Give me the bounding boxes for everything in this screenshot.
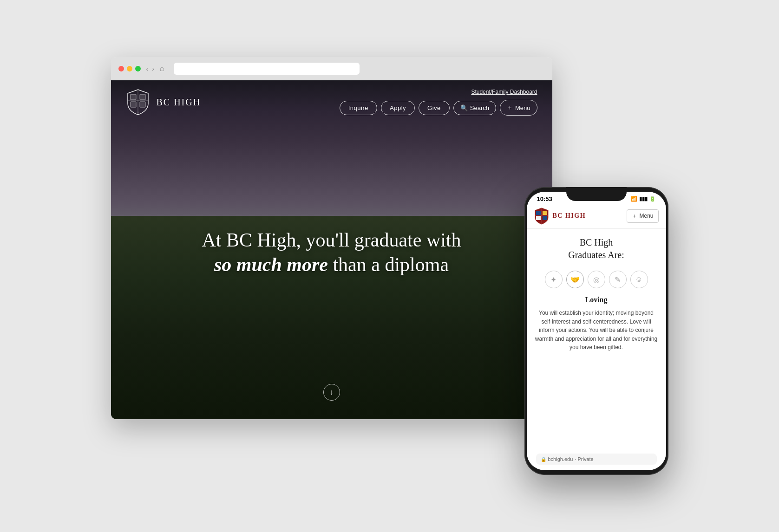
- hero-headline: At BC High, you'll graduate with so much…: [192, 228, 471, 277]
- phone-notch: [566, 187, 627, 201]
- browser-nav: ‹ ›: [146, 65, 154, 72]
- arrow-down-icon: ↓: [330, 388, 334, 396]
- phone-section-title: BC HighGraduates Are:: [534, 236, 659, 261]
- nav-right: Student/Family Dashboard Inquire Apply G…: [340, 89, 537, 116]
- logo-crest-icon: ✝: [126, 88, 150, 117]
- inquire-button[interactable]: Inquire: [340, 101, 377, 115]
- svg-rect-5: [140, 102, 145, 107]
- quality-icon-3[interactable]: ◎: [588, 271, 605, 288]
- quality-icon-5[interactable]: ☺: [630, 271, 648, 288]
- phone-logo-area: BC HIGH: [534, 207, 586, 225]
- lock-icon: 🔒: [541, 457, 546, 462]
- svg-rect-11: [536, 216, 541, 220]
- svg-rect-2: [131, 94, 136, 100]
- phone-crest-icon: [534, 207, 549, 225]
- menu-label: Menu: [515, 104, 530, 111]
- signal-icon: ▮▮▮: [639, 196, 648, 202]
- svg-rect-12: [543, 216, 547, 220]
- quality-icon-symbol-1: ✦: [550, 275, 556, 284]
- close-button[interactable]: [118, 66, 124, 71]
- scroll-down-button[interactable]: ↓: [323, 384, 340, 401]
- scene: ‹ › ⌂ ✝: [111, 57, 668, 475]
- phone-navbar: BC HIGH ＋ Menu: [527, 204, 666, 229]
- home-icon[interactable]: ⌂: [160, 65, 164, 73]
- search-icon: 🔍: [460, 104, 468, 111]
- battery-icon: 🔋: [649, 196, 656, 202]
- phone-mockup: 10:53 📶 ▮▮▮ 🔋: [524, 187, 668, 475]
- url-text: bchigh.edu: [548, 456, 573, 462]
- minimize-button[interactable]: [127, 66, 132, 71]
- quality-icon-1[interactable]: ✦: [545, 271, 563, 288]
- search-button[interactable]: 🔍 Search: [453, 101, 496, 115]
- back-icon[interactable]: ‹: [146, 65, 149, 72]
- quality-icon-4[interactable]: ✎: [609, 271, 627, 288]
- forward-icon[interactable]: ›: [152, 65, 154, 72]
- quality-icon-symbol-3: ◎: [593, 275, 600, 284]
- graduate-quality-icons: ✦ 🤝 ◎ ✎ ☺: [534, 271, 659, 288]
- phone-screen: 10:53 📶 ▮▮▮ 🔋: [527, 192, 666, 470]
- wifi-icon: 📶: [631, 196, 637, 202]
- phone-status-icons: 📶 ▮▮▮ 🔋: [631, 196, 656, 202]
- plus-icon: ＋: [507, 104, 513, 112]
- svg-text:✝: ✝: [137, 111, 139, 114]
- hero-text-block: At BC High, you'll graduate with so much…: [192, 228, 471, 277]
- browser-window: ‹ › ⌂ ✝: [111, 57, 552, 419]
- headline-part2: than a diploma: [333, 253, 449, 275]
- site-logo: ✝ BC HIGH: [126, 88, 201, 117]
- nav-buttons: Inquire Apply Give 🔍 Search ＋ Menu: [340, 100, 537, 116]
- search-label: Search: [470, 104, 489, 111]
- menu-button[interactable]: ＋ Menu: [500, 100, 537, 116]
- quality-icon-symbol-4: ✎: [615, 275, 621, 284]
- give-button[interactable]: Give: [419, 101, 450, 115]
- phone-menu-label: Menu: [639, 213, 653, 219]
- svg-rect-9: [536, 211, 541, 215]
- svg-rect-3: [140, 94, 145, 100]
- quality-description: You will establish your identity; moving…: [534, 309, 659, 352]
- site-navbar: ✝ BC HIGH Student/Family Dashboard Inqui…: [111, 80, 552, 124]
- address-bar[interactable]: [174, 63, 360, 75]
- phone-content: BC HighGraduates Are: ✦ 🤝 ◎ ✎: [527, 229, 666, 359]
- svg-rect-4: [131, 102, 136, 107]
- site-title: BC HIGH: [157, 97, 201, 108]
- quality-icon-symbol-5: ☺: [635, 275, 642, 284]
- apply-button[interactable]: Apply: [381, 101, 415, 115]
- headline-part1: At BC High, you'll graduate with: [202, 229, 461, 251]
- browser-content: ✝ BC HIGH Student/Family Dashboard Inqui…: [111, 80, 552, 419]
- phone-plus-icon: ＋: [632, 212, 637, 220]
- url-suffix: · Private: [575, 456, 593, 462]
- headline-italic: so much more: [214, 253, 328, 275]
- phone-url-bar[interactable]: 🔒 bchigh.edu · Private: [536, 454, 657, 465]
- quality-icon-symbol-2: 🤝: [570, 275, 580, 284]
- phone-time: 10:53: [537, 195, 552, 202]
- svg-rect-10: [543, 211, 547, 215]
- phone-menu-button[interactable]: ＋ Menu: [627, 209, 658, 223]
- traffic-lights: [118, 66, 141, 71]
- phone-site-title: BC HIGH: [553, 212, 586, 220]
- quality-title: Loving: [534, 296, 659, 304]
- maximize-button[interactable]: [135, 66, 141, 71]
- dashboard-link[interactable]: Student/Family Dashboard: [471, 89, 537, 95]
- quality-icon-2[interactable]: 🤝: [566, 271, 584, 288]
- browser-chrome: ‹ › ⌂: [111, 57, 552, 80]
